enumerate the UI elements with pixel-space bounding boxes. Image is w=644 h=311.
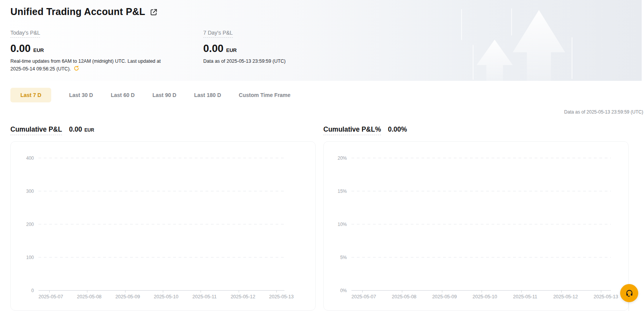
axis-tick xyxy=(125,291,125,293)
dashed-gridline xyxy=(351,257,611,257)
x-axis-date-label: 2025-05-13 xyxy=(590,294,621,299)
cumulative-pnl-pct-header: Cumulative P&L% 0.00% xyxy=(323,125,629,135)
y-axis-tick-label: 300 xyxy=(11,189,34,194)
gridline-row: 15% xyxy=(324,191,628,196)
tab-last-180d[interactable]: Last 180 D xyxy=(194,88,221,102)
axis-tick xyxy=(87,291,87,293)
todays-pnl-note-line2: 2025-05-14 09:56:25 (UTC). xyxy=(10,66,71,72)
todays-pnl-note-line1: Real-time updates from 6AM to 12AM (midn… xyxy=(10,59,161,64)
cumulative-pnl-pct-value: 0.00% xyxy=(388,125,407,134)
tab-last-90d[interactable]: Last 90 D xyxy=(152,88,176,102)
todays-pnl-currency: EUR xyxy=(33,47,44,53)
cumulative-pnl-pct-value-wrap: 0.00% xyxy=(388,125,407,134)
x-axis-ticks xyxy=(362,291,601,293)
cumulative-pnl-pct-chart: 20% 15% 10% 5% 0% 2025-05-07 xyxy=(323,141,629,311)
x-axis-date-label: 2025-05-09 xyxy=(429,294,460,299)
cumulative-pnl-header: Cumulative P&L 0.00 EUR xyxy=(10,125,316,135)
x-axis-date-label: 2025-05-07 xyxy=(348,294,379,299)
banner-light-beam xyxy=(511,8,512,35)
tab-last-30d[interactable]: Last 30 D xyxy=(69,88,93,102)
axis-tick xyxy=(442,291,442,293)
x-axis-date-label: 2025-05-09 xyxy=(112,294,143,299)
banner-light-beam xyxy=(461,9,462,40)
dashed-gridline xyxy=(38,257,284,257)
headset-icon xyxy=(625,289,634,298)
x-axis-date-label: 2025-05-07 xyxy=(35,294,66,299)
axis-tick xyxy=(276,291,277,293)
x-axis-labels: 2025-05-07 2025-05-08 2025-05-09 2025-05… xyxy=(35,294,297,299)
banner-light-beam xyxy=(473,45,473,80)
tab-last-60d[interactable]: Last 60 D xyxy=(111,88,135,102)
cumulative-pnl-pct-title[interactable]: Cumulative P&L% xyxy=(323,125,381,135)
cumulative-pnl-value-wrap: 0.00 EUR xyxy=(69,125,94,134)
todays-pnl-label[interactable]: Today's P&L xyxy=(10,30,40,38)
gridline-row: 200 xyxy=(11,224,315,229)
tab-custom-time-frame[interactable]: Custom Time Frame xyxy=(239,88,290,102)
gridline-row: 100 xyxy=(11,257,315,263)
todays-pnl-value-row: 0.00 EUR xyxy=(10,43,180,55)
data-as-of-text: Data as of 2025-05-13 23:59:59 (UTC) xyxy=(564,109,643,115)
y-axis-tick-label: 100 xyxy=(11,255,34,260)
gridline-row: 20% xyxy=(324,158,628,163)
title-row: Unified Trading Account P&L xyxy=(10,6,157,17)
x-axis-date-label: 2025-05-12 xyxy=(550,294,581,299)
y-axis-zero-label: 0 xyxy=(11,288,34,293)
y-axis-tick-label: 5% xyxy=(324,255,347,260)
cumulative-pnl-unit: EUR xyxy=(84,127,94,133)
seven-day-pnl-label[interactable]: 7 Day's P&L xyxy=(203,30,233,38)
todays-pnl-value: 0.00 xyxy=(10,43,31,55)
x-axis-ticks xyxy=(49,291,277,293)
seven-day-pnl-value-row: 0.00 EUR xyxy=(203,43,373,55)
dashed-gridline xyxy=(351,158,611,158)
banner-light-beam xyxy=(572,37,572,79)
dashed-gridline xyxy=(38,158,284,158)
todays-pnl-note: Real-time updates from 6AM to 12AM (midn… xyxy=(10,57,168,73)
x-axis-date-label: 2025-05-11 xyxy=(189,294,220,299)
axis-tick xyxy=(521,291,522,293)
axis-tick xyxy=(482,291,482,293)
gridline-row: 400 xyxy=(11,158,315,163)
cumulative-pnl-title[interactable]: Cumulative P&L xyxy=(10,125,62,135)
dashed-gridline xyxy=(351,191,611,191)
axis-tick xyxy=(201,291,201,293)
y-axis-tick-label: 20% xyxy=(324,156,347,161)
cumulative-pnl-pct-chart-block: Cumulative P&L% 0.00% 20% 15% 10% 5% xyxy=(323,125,629,311)
seven-day-pnl-block: 7 Day's P&L 0.00 EUR Data as of 2025-05-… xyxy=(203,29,373,65)
x-axis-labels: 2025-05-07 2025-05-08 2025-05-09 2025-05… xyxy=(348,294,621,299)
x-axis-date-label: 2025-05-10 xyxy=(151,294,181,299)
seven-day-pnl-value: 0.00 xyxy=(203,43,224,55)
support-button[interactable] xyxy=(620,284,638,302)
axis-tick xyxy=(561,291,562,293)
page: Unified Trading Account P&L Today's P&L … xyxy=(0,0,644,311)
y-axis-tick-label: 400 xyxy=(11,156,34,161)
cumulative-pnl-value: 0.00 xyxy=(69,125,82,134)
x-axis-date-label: 2025-05-12 xyxy=(227,294,258,299)
gridline-row: 5% xyxy=(324,257,628,263)
dashed-gridline xyxy=(38,191,284,191)
axis-tick xyxy=(163,291,163,293)
y-axis-tick-label: 200 xyxy=(11,222,34,227)
y-axis-tick-label: 10% xyxy=(324,222,347,227)
axis-tick xyxy=(601,291,601,293)
refresh-icon[interactable] xyxy=(74,65,79,71)
seven-day-pnl-note: Data as of 2025-05-13 23:59:59 (UTC) xyxy=(203,57,361,65)
seven-day-pnl-currency: EUR xyxy=(226,47,237,53)
support-widget-line xyxy=(629,301,629,311)
gridline-row: 300 xyxy=(11,191,315,196)
x-axis-date-label: 2025-05-08 xyxy=(389,294,420,299)
cumulative-pnl-chart: 400 300 200 100 0 2025-05-07 xyxy=(10,141,316,311)
scrollbar-track[interactable] xyxy=(642,0,644,81)
external-link-icon[interactable] xyxy=(150,8,157,16)
y-axis-zero-label: 0% xyxy=(324,288,347,293)
tab-last-7d[interactable]: Last 7 D xyxy=(10,88,51,102)
cumulative-pnl-chart-block: Cumulative P&L 0.00 EUR 400 300 200 100 xyxy=(10,125,316,311)
y-axis-tick-label: 15% xyxy=(324,189,347,194)
axis-tick xyxy=(239,291,239,293)
axis-tick xyxy=(49,291,50,293)
up-arrow-decoration-large xyxy=(513,10,565,81)
axis-tick xyxy=(402,291,402,293)
up-arrow-decoration-small xyxy=(477,40,513,81)
x-axis-date-label: 2025-05-08 xyxy=(74,294,105,299)
x-axis-date-label: 2025-05-13 xyxy=(266,294,297,299)
timeframe-tabs: Last 7 D Last 30 D Last 60 D Last 90 D L… xyxy=(10,88,291,102)
